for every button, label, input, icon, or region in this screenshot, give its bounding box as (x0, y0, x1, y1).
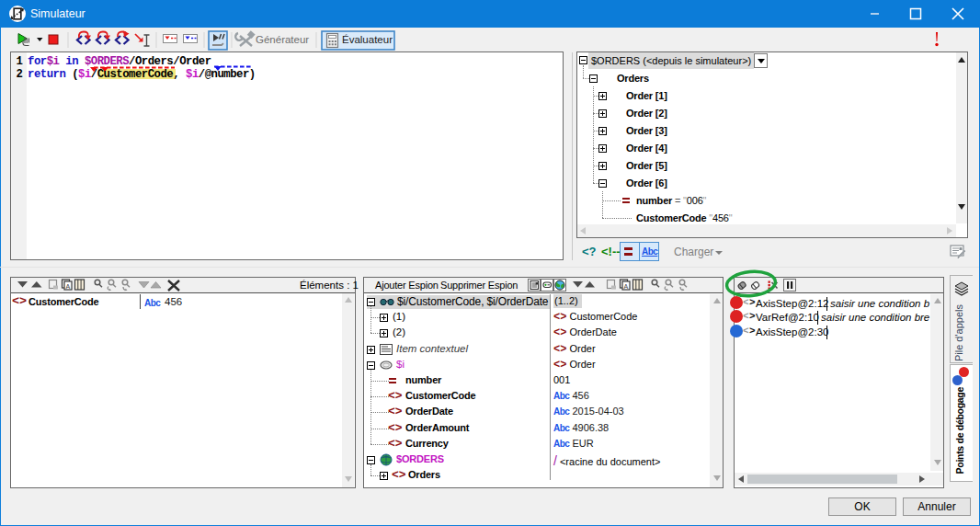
svg-text:A: A (624, 283, 629, 290)
svg-text:A: A (66, 283, 71, 290)
